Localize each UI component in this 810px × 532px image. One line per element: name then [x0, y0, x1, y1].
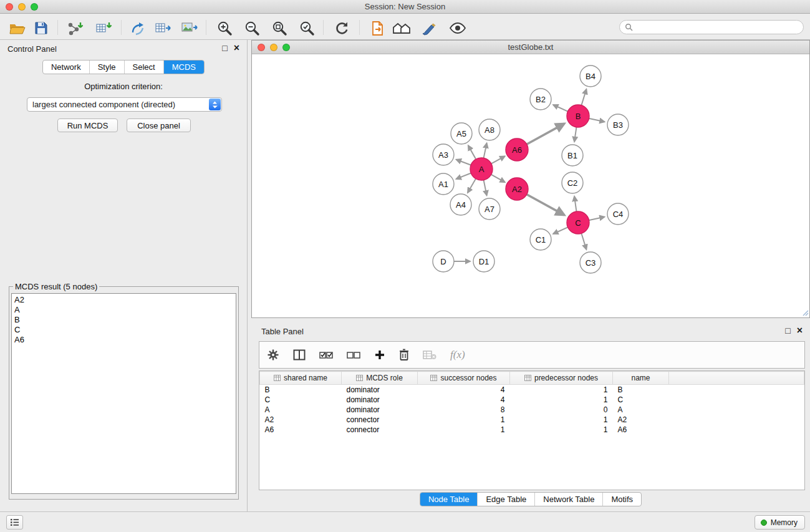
graph-edge-A-A2[interactable] [489, 173, 505, 182]
column-header-predecessor-nodes[interactable]: predecessor nodes [510, 372, 613, 385]
graph-node-B3[interactable]: B3 [607, 114, 629, 135]
network-minimize-button[interactable] [270, 44, 277, 51]
graph-node-C4[interactable]: C4 [607, 203, 629, 225]
table-row[interactable]: A2connector11A2 [260, 415, 804, 425]
tab-node-table[interactable]: Node Table [420, 493, 478, 506]
graph-edge-B-B1[interactable] [574, 125, 577, 142]
mcds-result-list[interactable]: A2ABCA6 [11, 293, 236, 494]
export-network-button[interactable] [128, 19, 148, 37]
export-table-button[interactable] [153, 19, 173, 37]
function-builder-button[interactable]: f(x) [450, 347, 465, 362]
close-window-button[interactable] [6, 3, 13, 11]
tab-edge-table[interactable]: Edge Table [477, 493, 534, 506]
graph-edge-C-C1[interactable] [553, 226, 569, 234]
criterion-dropdown[interactable]: largest connected component (directed) [27, 97, 222, 112]
style-brush-button[interactable] [419, 19, 439, 37]
first-neighbors-button[interactable] [392, 19, 412, 37]
graph-node-C1[interactable]: C1 [530, 229, 551, 250]
close-panel-icon[interactable]: × [797, 326, 803, 336]
column-header-shared-name[interactable]: shared name [260, 372, 342, 385]
close-panel-icon[interactable]: × [234, 43, 239, 53]
import-table-button[interactable] [94, 19, 113, 37]
export-image-button[interactable] [180, 19, 200, 37]
open-document-button[interactable] [368, 19, 388, 37]
graph-node-A8[interactable]: A8 [479, 119, 500, 140]
graph-node-B2[interactable]: B2 [530, 89, 551, 110]
float-panel-icon[interactable]: □ [222, 43, 227, 53]
tab-network[interactable]: Network [43, 60, 89, 74]
select-all-button[interactable] [319, 347, 333, 362]
mcds-result-item[interactable]: A2 [14, 295, 233, 305]
table-row[interactable]: Cdominator41C [260, 395, 804, 405]
show-panels-button[interactable] [6, 515, 23, 530]
close-panel-button[interactable]: Close panel [127, 118, 191, 132]
graph-node-A5[interactable]: A5 [451, 123, 472, 144]
graph-node-C2[interactable]: C2 [562, 172, 583, 193]
graph-node-A[interactable]: A [470, 158, 493, 180]
show-columns-button[interactable] [293, 347, 306, 362]
search-input[interactable] [636, 23, 798, 32]
graph-edge-A-A3[interactable] [456, 160, 473, 166]
apply-layout-button[interactable] [332, 19, 352, 37]
tab-mcds[interactable]: MCDS [163, 60, 204, 74]
float-panel-icon[interactable]: □ [785, 326, 790, 336]
graph-edge-A6-B[interactable] [525, 123, 564, 145]
open-session-button[interactable] [7, 19, 27, 37]
graph-edge-A-A7[interactable] [483, 178, 487, 196]
graph-node-D[interactable]: D [433, 251, 454, 272]
graph-node-B[interactable]: B [567, 105, 589, 127]
graph-node-D1[interactable]: D1 [473, 251, 494, 272]
graph-edge-B-B2[interactable] [553, 105, 569, 112]
graph-node-A7[interactable]: A7 [479, 198, 500, 220]
minimize-window-button[interactable] [18, 3, 26, 11]
graph-node-B1[interactable]: B1 [562, 145, 583, 166]
zoom-window-button[interactable] [31, 3, 38, 11]
graph-edge-B-B4[interactable] [581, 89, 587, 107]
delete-table-button[interactable] [423, 347, 436, 362]
network-close-button[interactable] [258, 44, 265, 51]
zoom-in-button[interactable] [215, 19, 234, 37]
graph-node-A3[interactable]: A3 [433, 144, 454, 165]
mcds-result-item[interactable]: C [14, 325, 233, 335]
show-hide-button[interactable] [448, 19, 468, 37]
tab-network-table[interactable]: Network Table [534, 493, 602, 506]
graph-node-C3[interactable]: C3 [580, 252, 601, 273]
mcds-result-item[interactable]: A [14, 305, 233, 315]
mcds-result-item[interactable]: A6 [14, 335, 233, 345]
graph-edge-A-A6[interactable] [489, 157, 505, 165]
graph-node-A4[interactable]: A4 [450, 194, 471, 215]
column-header-mcds-role[interactable]: MCDS role [342, 372, 418, 385]
graph-edge-A-A5[interactable] [468, 145, 477, 161]
graph-node-C[interactable]: C [567, 211, 589, 234]
table-settings-button[interactable] [267, 347, 279, 362]
tab-motifs[interactable]: Motifs [602, 493, 641, 506]
delete-column-button[interactable] [399, 347, 409, 362]
graph-node-A1[interactable]: A1 [433, 173, 454, 195]
table-row[interactable]: A6connector11A6 [260, 425, 804, 435]
add-column-button[interactable] [374, 347, 385, 362]
graph-node-B4[interactable]: B4 [580, 65, 601, 87]
zoom-selected-button[interactable] [297, 19, 317, 37]
graph-node-A6[interactable]: A6 [506, 138, 528, 161]
import-network-button[interactable] [65, 19, 85, 37]
column-header-name[interactable]: name [613, 372, 669, 385]
network-zoom-button[interactable] [282, 44, 290, 51]
graph-edge-C-C4[interactable] [587, 217, 605, 221]
table-row[interactable]: Adominator80A [260, 405, 804, 415]
graph-node-A2[interactable]: A2 [506, 178, 528, 200]
graph-edge-B-B3[interactable] [587, 118, 605, 122]
save-session-button[interactable] [31, 19, 51, 37]
graph-edge-A-A4[interactable] [468, 177, 477, 193]
zoom-out-button[interactable] [242, 19, 262, 37]
graph-edge-C-C2[interactable] [574, 196, 577, 213]
mcds-result-item[interactable]: B [14, 315, 233, 325]
zoom-fit-button[interactable] [269, 19, 289, 37]
tab-select[interactable]: Select [124, 60, 163, 74]
search-box[interactable] [619, 20, 804, 34]
memory-button[interactable]: Memory [755, 515, 805, 530]
graph-edge-A-A8[interactable] [483, 143, 487, 160]
graph-edge-A2-C[interactable] [525, 193, 564, 215]
column-header-successor-nodes[interactable]: successor nodes [418, 372, 510, 385]
graph-edge-A-A1[interactable] [456, 173, 473, 179]
tab-style[interactable]: Style [89, 60, 124, 74]
